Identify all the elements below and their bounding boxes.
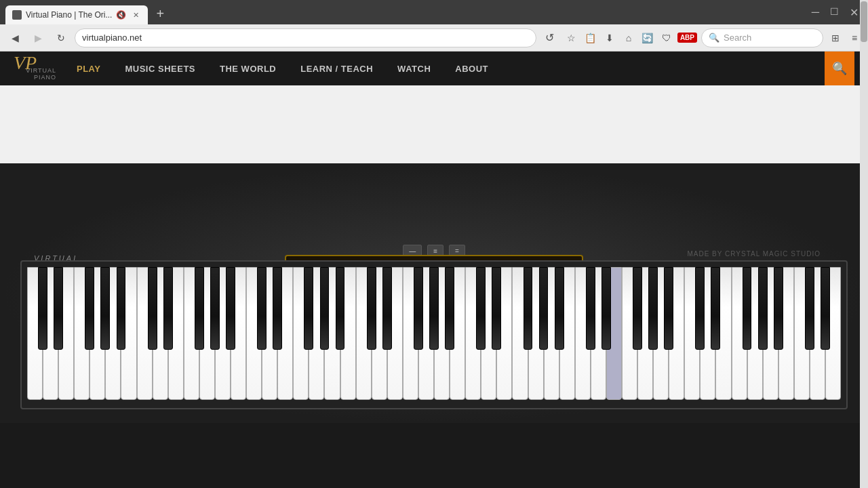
black-key[interactable] xyxy=(743,267,752,350)
back-nav-button[interactable]: ◀ xyxy=(5,28,24,47)
new-tab-button[interactable]: + xyxy=(151,6,170,24)
page-scrollbar[interactable] xyxy=(860,0,868,488)
black-key[interactable] xyxy=(414,267,423,350)
black-key[interactable] xyxy=(664,267,673,350)
nav-items: PLAY MUSIC SHEETS THE WORLD LEARN / TEAC… xyxy=(64,52,500,85)
tab-close-icon[interactable]: ✕ xyxy=(130,9,141,20)
black-key[interactable] xyxy=(476,267,486,350)
nav-item-learn-teach[interactable]: LEARN / TEACH xyxy=(288,52,385,85)
forward-nav-button[interactable]: ▶ xyxy=(28,28,47,47)
black-key[interactable] xyxy=(85,267,94,350)
sync-button[interactable]: 🔄 xyxy=(639,30,656,46)
site-navigation: VP VIRTUAL PIANO PLAY MUSIC SHEETS THE W… xyxy=(0,52,868,85)
black-key[interactable] xyxy=(210,267,220,350)
black-key[interactable] xyxy=(711,267,720,350)
nav-item-the-world[interactable]: THE WORLD xyxy=(208,52,288,85)
nav-item-watch[interactable]: WATCH xyxy=(385,52,443,85)
nav-item-music-sheets[interactable]: MUSIC SHEETS xyxy=(113,52,208,85)
extensions-button[interactable]: ⊞ xyxy=(827,30,844,46)
black-key[interactable] xyxy=(774,267,783,350)
search-bar[interactable]: 🔍 Search xyxy=(701,28,823,47)
black-key[interactable] xyxy=(54,267,63,350)
black-key[interactable] xyxy=(367,267,376,350)
maximize-button[interactable]: ☐ xyxy=(826,6,843,19)
made-by-watermark: MADE BY CRYSTAL MAGIC STUDIO xyxy=(687,250,821,258)
black-key[interactable] xyxy=(304,267,313,350)
keys-container xyxy=(27,267,841,400)
bookmarks-star-button[interactable]: ☆ xyxy=(564,30,580,46)
url-display: virtualpiano.net xyxy=(82,33,142,43)
refresh-button[interactable]: ↺ xyxy=(540,28,559,47)
browser-tab[interactable]: Virtual Piano | The Ori... 🔇 ✕ xyxy=(5,5,148,24)
black-key[interactable] xyxy=(586,267,595,350)
toolbar-icons: ☆ 📋 ⬇ ⌂ 🔄 🛡 ABP xyxy=(564,30,697,46)
black-key[interactable] xyxy=(100,267,110,350)
home-button[interactable]: ⌂ xyxy=(620,30,637,46)
nav-item-play[interactable]: PLAY xyxy=(64,52,113,85)
black-key[interactable] xyxy=(257,267,267,350)
scrollbar-thumb[interactable] xyxy=(861,1,867,42)
logo-piano: PIANO xyxy=(26,74,56,81)
shield-button[interactable]: 🛡 xyxy=(658,30,675,46)
window-controls: ─ ☐ ✕ xyxy=(808,6,863,19)
black-key[interactable] xyxy=(336,267,345,350)
black-key[interactable] xyxy=(445,267,454,350)
logo-subtext: VIRTUAL PIANO xyxy=(26,67,56,81)
reading-list-button[interactable]: 📋 xyxy=(583,30,599,46)
reload-button[interactable]: ↻ xyxy=(52,28,71,47)
browser-titlebar: Virtual Piano | The Ori... 🔇 ✕ + ─ ☐ ✕ xyxy=(0,0,868,24)
browser-chrome: Virtual Piano | The Ori... 🔇 ✕ + ─ ☐ ✕ ◀… xyxy=(0,0,868,52)
site-logo: VP VIRTUAL PIANO xyxy=(14,54,51,83)
tab-favicon xyxy=(12,10,22,20)
black-key[interactable] xyxy=(382,267,392,350)
logo-virtual: VIRTUAL xyxy=(26,67,56,74)
download-button[interactable]: ⬇ xyxy=(601,30,618,46)
black-key[interactable] xyxy=(117,267,126,350)
black-key[interactable] xyxy=(163,267,173,350)
black-key[interactable] xyxy=(320,267,330,350)
extra-toolbar-icons: ⊞ ≡ xyxy=(827,30,863,46)
black-key[interactable] xyxy=(38,267,47,350)
browser-toolbar: ◀ ▶ ↻ virtualpiano.net ↺ ☆ 📋 ⬇ ⌂ 🔄 🛡 ABP… xyxy=(0,24,868,52)
black-key[interactable] xyxy=(429,267,439,350)
piano-section: MADE BY CRYSTAL MAGIC STUDIO VIRTUAL VP … xyxy=(0,163,868,423)
black-key[interactable] xyxy=(695,267,705,350)
black-key[interactable] xyxy=(648,267,658,350)
black-key[interactable] xyxy=(805,267,814,350)
black-key[interactable] xyxy=(273,267,282,350)
black-key[interactable] xyxy=(195,267,204,350)
site-search-button[interactable]: 🔍 xyxy=(825,52,854,85)
tab-title: Virtual Piano | The Ori... xyxy=(26,10,112,20)
black-key[interactable] xyxy=(148,267,157,350)
main-content-area xyxy=(0,85,868,163)
black-key[interactable] xyxy=(555,267,564,350)
adblock-badge: ABP xyxy=(677,33,697,43)
black-key[interactable] xyxy=(226,267,235,350)
black-key[interactable] xyxy=(539,267,549,350)
black-key[interactable] xyxy=(492,267,501,350)
address-bar[interactable]: virtualpiano.net xyxy=(75,28,536,47)
nav-item-about[interactable]: ABOUT xyxy=(443,52,500,85)
black-key[interactable] xyxy=(758,267,768,350)
minimize-button[interactable]: ─ xyxy=(808,6,823,19)
tab-audio-icon: 🔇 xyxy=(116,10,126,20)
site-search-icon: 🔍 xyxy=(832,61,847,76)
piano-keyboard xyxy=(20,260,848,409)
black-key[interactable] xyxy=(601,267,611,350)
black-key[interactable] xyxy=(821,267,830,350)
search-placeholder: Search xyxy=(724,33,751,43)
piano-inner: MADE BY CRYSTAL MAGIC STUDIO VIRTUAL VP … xyxy=(20,245,848,409)
black-key[interactable] xyxy=(633,267,642,350)
black-key[interactable] xyxy=(524,267,533,350)
search-icon: 🔍 xyxy=(709,33,719,43)
